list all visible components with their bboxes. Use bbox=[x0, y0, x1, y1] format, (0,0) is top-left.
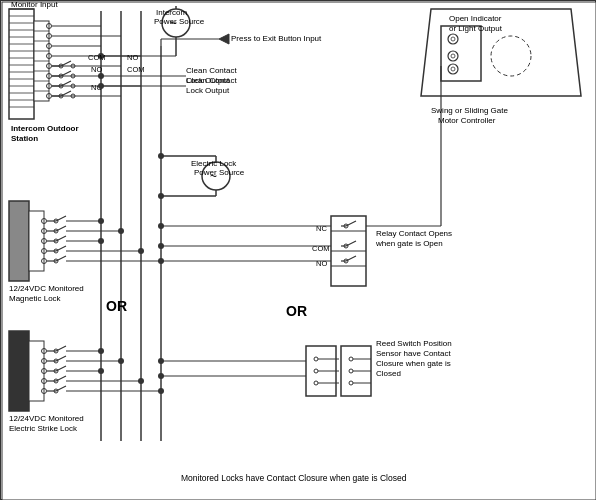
svg-point-177 bbox=[158, 223, 164, 229]
svg-text:Lock Output: Lock Output bbox=[186, 86, 230, 95]
wiring-diagram: Monitor Input ~ Intercom Power Source Pr… bbox=[0, 0, 596, 500]
svg-point-123 bbox=[118, 228, 124, 234]
svg-text:or Light Output: or Light Output bbox=[449, 24, 503, 33]
svg-text:OR: OR bbox=[286, 303, 307, 319]
svg-point-159 bbox=[158, 388, 164, 394]
svg-text:Sensor have Contact: Sensor have Contact bbox=[376, 349, 451, 358]
svg-text:12/24VDC Monitored: 12/24VDC Monitored bbox=[9, 414, 84, 423]
svg-point-155 bbox=[98, 348, 104, 354]
svg-text:Power Source: Power Source bbox=[194, 168, 245, 177]
svg-text:Power Source: Power Source bbox=[154, 17, 205, 26]
svg-text:Relay Contact Opens: Relay Contact Opens bbox=[376, 229, 452, 238]
svg-text:OR: OR bbox=[106, 298, 127, 314]
svg-text:NO: NO bbox=[91, 65, 102, 74]
svg-text:Electric Strike Lock: Electric Strike Lock bbox=[9, 424, 78, 433]
svg-text:Reed Switch Position: Reed Switch Position bbox=[376, 339, 452, 348]
svg-text:Lock Output: Lock Output bbox=[186, 76, 230, 85]
svg-text:COM: COM bbox=[88, 53, 106, 62]
svg-text:Monitored Locks have Contact C: Monitored Locks have Contact Closure whe… bbox=[181, 473, 407, 483]
svg-point-198 bbox=[158, 373, 164, 379]
svg-text:COM: COM bbox=[312, 244, 330, 253]
svg-rect-128 bbox=[9, 331, 29, 411]
svg-point-82 bbox=[98, 73, 104, 79]
svg-text:COM: COM bbox=[127, 65, 145, 74]
svg-point-203 bbox=[451, 37, 455, 41]
svg-text:NO: NO bbox=[316, 259, 327, 268]
svg-point-125 bbox=[138, 248, 144, 254]
svg-text:when gate is Open: when gate is Open bbox=[375, 239, 443, 248]
svg-text:Station: Station bbox=[11, 134, 38, 143]
svg-text:Clean Contact: Clean Contact bbox=[186, 66, 237, 75]
svg-point-205 bbox=[451, 67, 455, 71]
svg-point-157 bbox=[98, 368, 104, 374]
svg-text:Monitor Input: Monitor Input bbox=[11, 1, 58, 9]
svg-point-158 bbox=[138, 378, 144, 384]
svg-point-196 bbox=[158, 358, 164, 364]
svg-point-179 bbox=[158, 243, 164, 249]
svg-point-94 bbox=[158, 193, 164, 199]
svg-rect-199 bbox=[441, 26, 481, 81]
svg-rect-1 bbox=[9, 9, 34, 119]
svg-text:NC: NC bbox=[316, 224, 327, 233]
svg-text:NO: NO bbox=[127, 53, 138, 62]
svg-text:Closure when gate is: Closure when gate is bbox=[376, 359, 451, 368]
svg-text:Open Indicator: Open Indicator bbox=[449, 14, 502, 23]
svg-text:Motor Controller: Motor Controller bbox=[438, 116, 496, 125]
svg-text:Press to Exit Button Input: Press to Exit Button Input bbox=[231, 34, 322, 43]
svg-point-204 bbox=[451, 54, 455, 58]
svg-point-84 bbox=[98, 83, 104, 89]
svg-point-122 bbox=[98, 218, 104, 224]
svg-text:Closed: Closed bbox=[376, 369, 401, 378]
svg-rect-95 bbox=[9, 201, 29, 281]
svg-text:12/24VDC Monitored: 12/24VDC Monitored bbox=[9, 284, 84, 293]
svg-text:Electric Lock: Electric Lock bbox=[191, 159, 237, 168]
svg-text:Magnetic Lock: Magnetic Lock bbox=[9, 294, 62, 303]
svg-text:Intercom: Intercom bbox=[156, 8, 187, 17]
svg-text:Swing or Sliding Gate: Swing or Sliding Gate bbox=[431, 106, 508, 115]
svg-point-156 bbox=[118, 358, 124, 364]
svg-text:Intercom Outdoor: Intercom Outdoor bbox=[11, 124, 79, 133]
svg-point-124 bbox=[98, 238, 104, 244]
svg-point-91 bbox=[158, 153, 164, 159]
